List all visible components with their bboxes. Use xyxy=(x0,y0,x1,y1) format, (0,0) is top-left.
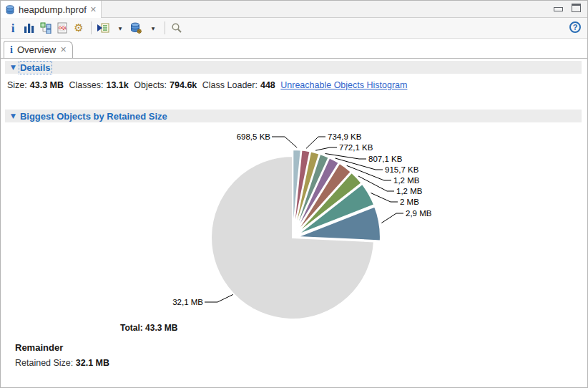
acquire-heap-dump-icon xyxy=(130,22,142,34)
editor-tab-close-icon[interactable]: ✕ xyxy=(90,6,97,14)
classloader-value: 448 xyxy=(260,80,275,90)
details-section-title[interactable]: Details xyxy=(20,62,51,73)
oql-icon: OQL xyxy=(57,22,68,34)
run-expert-report-dropdown[interactable]: ▼ xyxy=(112,20,127,36)
minimize-icon[interactable] xyxy=(554,7,563,11)
details-section-header[interactable]: ▼ Details xyxy=(5,61,582,74)
slice-label: 32,1 MB xyxy=(172,298,203,306)
slice-label: 734,9 KB xyxy=(328,132,362,141)
biggest-objects-section-header[interactable]: ▼ Biggest Objects by Retained Size xyxy=(5,110,582,122)
objects-label: Objects: xyxy=(134,80,167,90)
view-tab-bar: i Overview ✕ xyxy=(1,39,587,59)
svg-text:OQL: OQL xyxy=(59,26,67,30)
leader-line xyxy=(306,137,325,148)
tab-overview[interactable]: i Overview ✕ xyxy=(4,41,73,58)
toolbar: i OQL xyxy=(1,18,587,39)
acquire-heap-dump-dropdown[interactable]: ▼ xyxy=(144,20,160,36)
retained-size-value: 32.1 MB xyxy=(76,358,109,368)
heap-dump-icon xyxy=(5,4,15,15)
leader-line xyxy=(381,213,403,223)
dominator-tree-button[interactable] xyxy=(38,20,54,36)
slice-label: 807,1 KB xyxy=(368,155,403,163)
editor-tab-bar: heapdump.hprof ✕ xyxy=(1,1,587,18)
toolbar-separator xyxy=(165,21,165,34)
acquire-heap-dump-button[interactable] xyxy=(128,20,144,36)
selected-slice-retained: Retained Size: 32.1 MB xyxy=(15,358,109,368)
histogram-icon xyxy=(24,22,35,34)
dominator-tree-icon xyxy=(40,22,52,34)
info-icon: i xyxy=(10,45,13,55)
pie-chart-area: 698,5 KB734,9 KB772,1 KB807,1 KB915,7 KB… xyxy=(1,126,588,321)
biggest-objects-section-title: Biggest Objects by Retained Size xyxy=(20,111,167,122)
oql-button[interactable]: OQL xyxy=(54,20,70,36)
total-label: Total: 43.3 MB xyxy=(120,323,177,333)
run-expert-report-icon xyxy=(97,22,109,34)
chevron-down-icon: ▼ xyxy=(152,26,155,31)
search-icon xyxy=(171,22,182,34)
slice-label: 772,1 KB xyxy=(339,143,373,152)
view-controls xyxy=(554,4,581,12)
chevron-down-icon: ▼ xyxy=(119,26,122,31)
tab-overview-label: Overview xyxy=(17,44,56,55)
pie-chart[interactable]: 698,5 KB734,9 KB772,1 KB807,1 KB915,7 KB… xyxy=(1,126,588,321)
slice-label: 1,2 MB xyxy=(396,187,423,195)
run-expert-report-button[interactable] xyxy=(95,20,111,36)
classloader-label: Class Loader: xyxy=(202,80,258,90)
tab-overview-close-icon[interactable]: ✕ xyxy=(60,46,67,54)
overview-info-button[interactable]: i xyxy=(5,20,21,36)
info-icon: i xyxy=(11,22,15,34)
search-button[interactable] xyxy=(169,20,185,36)
collapse-triangle-icon[interactable]: ▼ xyxy=(11,113,16,120)
leader-line xyxy=(272,137,297,147)
slice-label: 915,7 KB xyxy=(385,165,419,174)
slice-label: 1,2 MB xyxy=(393,176,420,185)
selected-slice-title: Remainder xyxy=(15,342,63,353)
slice-label: 698,5 KB xyxy=(237,132,271,141)
leader-line xyxy=(205,294,233,302)
toolbar-separator xyxy=(91,21,92,34)
maximize-icon[interactable] xyxy=(572,4,581,12)
size-label: Size: xyxy=(7,80,27,90)
retained-size-label: Retained Size: xyxy=(15,358,73,368)
collapse-triangle-icon[interactable]: ▼ xyxy=(11,64,16,71)
size-value: 43.3 MB xyxy=(30,80,64,90)
help-button[interactable]: ? xyxy=(569,21,581,33)
mat-editor-window: heapdump.hprof ✕ i xyxy=(0,0,588,388)
leader-line xyxy=(315,147,337,150)
classes-label: Classes: xyxy=(69,80,104,90)
slice-label: 2 MB xyxy=(400,198,419,206)
classes-value: 13.1k xyxy=(106,80,128,90)
objects-value: 794.6k xyxy=(170,80,197,90)
leader-line xyxy=(371,193,398,203)
gear-icon: ⚙ xyxy=(74,23,83,34)
slice-label: 2,9 MB xyxy=(406,209,432,218)
customize-button[interactable]: ⚙ xyxy=(71,20,87,36)
editor-tab-title: heapdump.hprof xyxy=(19,4,87,15)
editor-tab-heapdump[interactable]: heapdump.hprof ✕ xyxy=(1,1,102,18)
histogram-button[interactable] xyxy=(21,20,37,36)
details-summary: Size:43.3 MB Classes:13.1k Objects:794.6… xyxy=(7,80,407,90)
unreachable-objects-link[interactable]: Unreachable Objects Histogram xyxy=(280,80,407,90)
